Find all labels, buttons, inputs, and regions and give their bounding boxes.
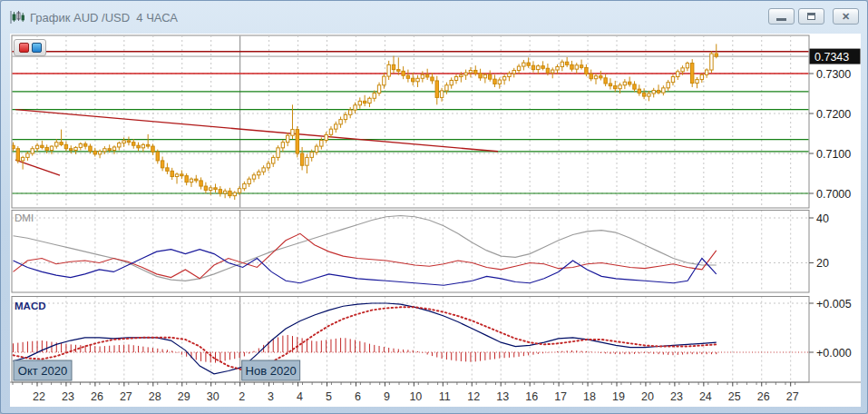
time-axis-label: 3 — [268, 390, 274, 403]
chart-toolbar — [14, 39, 46, 56]
price-scale-label: 0.7300 — [816, 68, 851, 81]
time-axis-label: 24 — [699, 390, 712, 403]
time-axis-label: 13 — [496, 390, 509, 403]
time-axis-label: 23 — [670, 390, 683, 403]
blue-tool-button[interactable] — [32, 43, 42, 53]
time-axis-label: 4 — [297, 390, 303, 403]
time-axis-label: 20 — [641, 390, 654, 403]
macd-scale-label: +0.000 — [816, 347, 852, 360]
month-marker: Нов 2020 — [242, 360, 300, 380]
time-axis-label: 12 — [467, 390, 480, 403]
time-axis-label: 23 — [62, 390, 74, 403]
macd-label: MACD — [15, 301, 46, 311]
price-badge: 0.7343 — [810, 49, 861, 64]
chart-window: График AUD /USD 4 ЧАСА ✕ DMIMACDОкт 2020… — [0, 0, 868, 414]
price-scale-label: 0.7100 — [816, 148, 851, 161]
time-axis-label: 30 — [207, 390, 219, 403]
close-icon: ✕ — [842, 12, 850, 22]
macd-panel — [12, 297, 809, 383]
time-axis-label: 19 — [612, 390, 625, 403]
time-axis-label: 29 — [178, 390, 190, 403]
time-axis-label: 26 — [757, 390, 770, 403]
restore-button[interactable] — [798, 8, 824, 25]
month-marker-label: Окт 2020 — [18, 364, 67, 378]
chart-canvas[interactable]: DMIMACDОкт 2020Нов 202022232627282930234… — [1, 1, 868, 414]
red-tool-button[interactable] — [19, 43, 29, 53]
time-axis-label: 27 — [120, 390, 132, 403]
close-button[interactable]: ✕ — [833, 8, 859, 25]
time-axis-label: 18 — [583, 390, 596, 403]
month-marker-label: Нов 2020 — [246, 364, 297, 378]
current-price-value: 0.7343 — [814, 51, 849, 64]
restore-icon — [807, 13, 815, 20]
title-bar[interactable]: График AUD /USD 4 ЧАСА ✕ — [1, 1, 867, 34]
minimize-button[interactable] — [768, 8, 795, 25]
candlestick-chart-icon — [8, 10, 24, 25]
window-controls: ✕ — [765, 8, 859, 25]
price-scale-label: 0.7000 — [816, 188, 851, 201]
dmi-scale-label: 40 — [816, 212, 829, 225]
window-title: График AUD /USD 4 ЧАСА — [30, 11, 178, 25]
time-axis-label: 5 — [326, 390, 332, 403]
time-axis-label: 28 — [149, 390, 161, 403]
time-axis-label: 17 — [554, 390, 567, 403]
month-marker: Окт 2020 — [14, 360, 72, 380]
minimize-icon — [776, 18, 786, 21]
time-axis-label: 16 — [525, 390, 538, 403]
dmi-scale-label: 20 — [816, 257, 829, 270]
macd-scale-label: +0.005 — [816, 298, 852, 310]
time-axis-label: 11 — [439, 390, 451, 403]
time-axis-label: 9 — [384, 390, 390, 403]
price-scale-label: 0.7200 — [816, 108, 851, 121]
time-axis-label: 22 — [33, 390, 45, 403]
main-price-panel — [12, 35, 809, 208]
time-axis-label: 2 — [239, 390, 245, 403]
time-axis-label: 26 — [91, 390, 103, 403]
dmi-panel — [12, 211, 809, 293]
time-axis-label: 10 — [409, 390, 422, 403]
time-axis-label: 25 — [728, 390, 741, 403]
time-axis-label: 27 — [786, 390, 799, 403]
dmi-label: DMI — [15, 212, 34, 223]
time-axis-label: 6 — [355, 390, 361, 403]
